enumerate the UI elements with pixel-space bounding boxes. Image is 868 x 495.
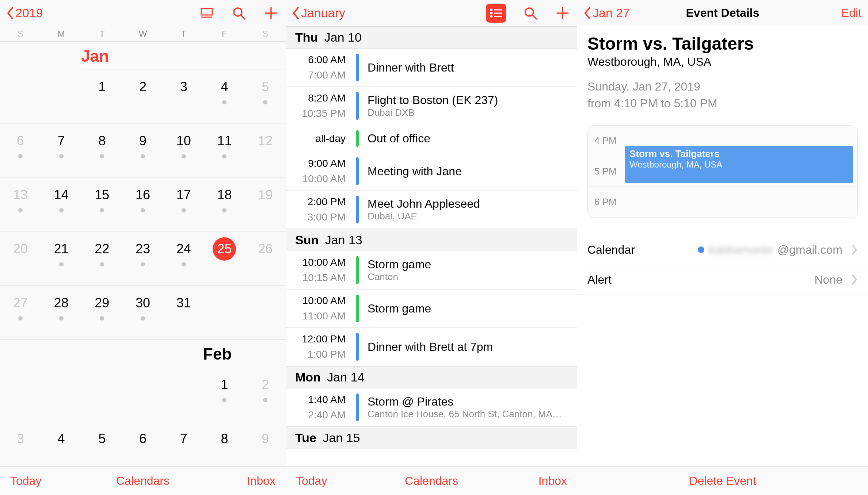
event-title: Dinner with Brett at 7pm xyxy=(368,340,573,354)
event-times: 10:00 AM10:15 AM xyxy=(286,251,351,289)
day-section-header: Tue Jan 15 xyxy=(286,427,577,449)
calendar-day-cell[interactable]: 27 xyxy=(0,285,41,339)
month-label-jan[interactable]: Jan xyxy=(81,42,286,69)
today-button[interactable]: Today xyxy=(296,474,327,488)
event-row[interactable]: 1:40 AM2:40 AMStorm @ PiratesCanton Ice … xyxy=(286,388,577,427)
alert-setting-row[interactable]: Alert None xyxy=(577,265,868,295)
svg-rect-0 xyxy=(201,8,212,15)
calendar-day-cell[interactable]: 28 xyxy=(41,285,82,339)
back-to-month-button[interactable]: January xyxy=(292,6,345,20)
calendar-day-cell[interactable]: 11 xyxy=(204,123,245,177)
back-to-day-button[interactable]: Jan 27 xyxy=(584,6,630,20)
calendar-day-cell[interactable]: 13 xyxy=(0,177,41,231)
calendar-day-cell[interactable]: 14 xyxy=(41,177,82,231)
calendar-day-cell[interactable]: 6 xyxy=(122,421,163,467)
calendar-day-cell[interactable]: 21 xyxy=(41,231,82,285)
calendar-day-cell[interactable]: 1 xyxy=(204,367,245,421)
event-title: Out of office xyxy=(368,132,573,145)
day-number: 26 xyxy=(254,237,277,261)
month-label-feb[interactable]: Feb xyxy=(203,339,286,367)
calendar-day-cell[interactable]: 7 xyxy=(41,123,82,177)
calendar-day-cell[interactable]: 8 xyxy=(81,123,122,177)
event-content: Storm @ PiratesCanton Ice House, 65 Nort… xyxy=(363,388,577,426)
delete-event-button[interactable]: Delete Event xyxy=(689,474,756,488)
calendar-day-cell[interactable]: 29 xyxy=(81,285,122,339)
back-to-year-button[interactable]: 2019 xyxy=(7,6,43,20)
list-pane: January Thu Jan 106:00 AM7:00 AMDinner w… xyxy=(286,0,577,495)
calendar-day-cell[interactable]: 10 xyxy=(163,123,204,177)
add-icon[interactable] xyxy=(263,5,279,21)
event-row[interactable]: 10:00 AM10:15 AMStorm gameCanton xyxy=(286,251,577,289)
add-icon[interactable] xyxy=(555,5,571,21)
list-view-icon[interactable] xyxy=(486,4,506,23)
calendar-day-cell[interactable]: 2 xyxy=(245,367,286,421)
mini-schedule[interactable]: 4 PM 5 PM Storm vs. Tailgaters Westborou… xyxy=(587,125,858,218)
day-number: 16 xyxy=(131,183,155,207)
calendar-day-cell[interactable]: 9 xyxy=(122,123,163,177)
day-number: 29 xyxy=(90,291,114,315)
event-row[interactable]: 6:00 AM7:00 AMDinner with Brett xyxy=(286,49,577,87)
calendar-day-cell[interactable]: 5 xyxy=(245,69,286,123)
svg-point-2 xyxy=(234,8,242,16)
calendar-day-cell[interactable]: 24 xyxy=(163,231,204,285)
calendar-day-cell[interactable]: 4 xyxy=(204,69,245,123)
calendars-button[interactable]: Calendars xyxy=(116,474,170,488)
calendar-day-cell[interactable]: 9 xyxy=(245,421,286,467)
chevron-right-icon xyxy=(852,275,858,285)
calendar-day-cell[interactable]: 7 xyxy=(163,421,204,467)
edit-button[interactable]: Edit xyxy=(841,6,861,20)
calendar-day-cell[interactable]: 19 xyxy=(245,177,286,231)
calendar-setting-row[interactable]: Calendar kabbamonte@gmail.com xyxy=(577,235,868,265)
day-number: 5 xyxy=(254,75,277,99)
calendar-day-cell[interactable]: 4 xyxy=(41,421,82,467)
calendar-day-cell[interactable]: 15 xyxy=(81,177,122,231)
svg-point-6 xyxy=(490,9,492,11)
day-number: 18 xyxy=(213,183,236,207)
day-number: 25 xyxy=(213,237,236,261)
calendar-day-cell[interactable]: 3 xyxy=(163,69,204,123)
event-dot-icon xyxy=(59,262,64,266)
event-row[interactable]: 8:20 AM10:35 PMFlight to Boston (EK 237)… xyxy=(286,87,577,125)
list-nav-icons xyxy=(486,4,571,23)
day-number: 8 xyxy=(213,427,236,450)
inbox-button[interactable]: Inbox xyxy=(247,474,275,488)
calendar-day-cell[interactable]: 22 xyxy=(81,231,122,285)
svg-point-10 xyxy=(490,15,492,18)
event-dot-icon xyxy=(141,208,145,212)
calendar-day-cell[interactable]: 6 xyxy=(0,123,41,177)
search-icon[interactable] xyxy=(522,5,538,21)
calendar-account-user: kabbamonte xyxy=(709,243,773,257)
calendar-day-cell[interactable]: 5 xyxy=(81,421,122,467)
calendar-day-cell[interactable]: 3 xyxy=(0,421,41,467)
calendar-day-cell[interactable]: 17 xyxy=(163,177,204,231)
alert-setting-label: Alert xyxy=(587,273,612,287)
calendar-day-cell[interactable]: 20 xyxy=(0,231,41,285)
day-number: 30 xyxy=(131,291,155,315)
calendar-day-cell[interactable]: 1 xyxy=(81,69,122,123)
event-row[interactable]: 10:00 AM11:00 AMStorm game xyxy=(286,289,577,328)
calendar-day-cell[interactable]: 8 xyxy=(204,421,245,467)
month-pane: 2019 SMTWTFS Jan 12345678910111213141516… xyxy=(0,0,286,495)
mini-event-chip[interactable]: Storm vs. Tailgaters Westborough, MA, US… xyxy=(625,146,853,183)
event-row[interactable]: all-dayOut of office xyxy=(286,125,577,152)
calendar-day-cell[interactable]: 2 xyxy=(122,69,163,123)
event-times: 6:00 AM7:00 AM xyxy=(286,49,351,87)
event-row[interactable]: 9:00 AM10:00 AMMeeting with Jane xyxy=(286,152,577,191)
calendar-day-cell[interactable]: 26 xyxy=(245,231,286,285)
event-row[interactable]: 12:00 PM1:00 PMDinner with Brett at 7pm xyxy=(286,328,577,366)
calendar-day-cell[interactable]: 16 xyxy=(122,177,163,231)
month-nav-icons xyxy=(199,5,279,21)
event-times: 1:40 AM2:40 AM xyxy=(286,388,351,426)
calendar-day-cell[interactable]: 23 xyxy=(122,231,163,285)
today-button[interactable]: Today xyxy=(10,474,41,488)
calendars-button[interactable]: Calendars xyxy=(405,474,458,488)
inbox-button[interactable]: Inbox xyxy=(538,474,567,488)
calendar-day-cell[interactable]: 18 xyxy=(204,177,245,231)
calendar-day-cell[interactable]: 30 xyxy=(122,285,163,339)
search-icon[interactable] xyxy=(231,5,247,21)
calendar-day-cell[interactable]: 12 xyxy=(245,123,286,177)
calendar-day-cell[interactable]: 25 xyxy=(204,231,245,285)
calendar-day-cell[interactable]: 31 xyxy=(163,285,204,339)
event-row[interactable]: 2:00 PM3:00 PMMeet John AppleseedDubai, … xyxy=(286,191,577,229)
view-toggle-icon[interactable] xyxy=(199,5,215,21)
